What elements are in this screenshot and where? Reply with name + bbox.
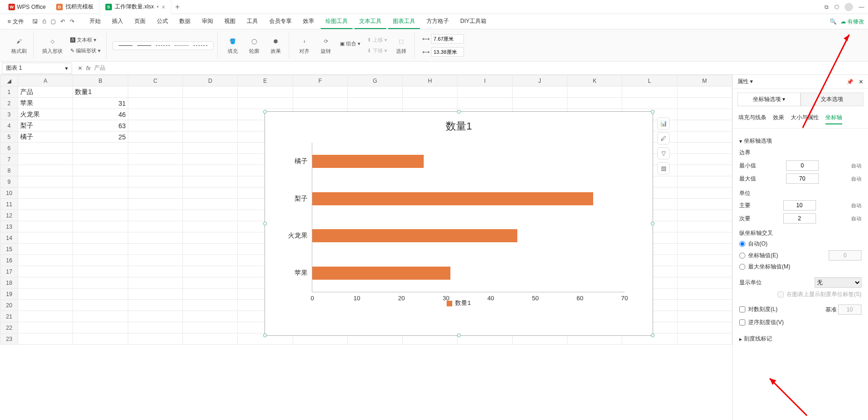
line-style-gallery[interactable] (112, 41, 213, 50)
cell[interactable] (347, 98, 402, 109)
cell[interactable]: 橘子 (18, 131, 73, 143)
bar[interactable] (312, 155, 424, 168)
tab-template[interactable]: D 找稻壳模板 (51, 0, 100, 14)
cell[interactable] (73, 255, 128, 266)
move-up-button[interactable]: ⬆上移▾ (365, 36, 389, 44)
cell[interactable] (18, 210, 73, 221)
align-button[interactable]: ⫞对齐 (295, 34, 314, 57)
cell[interactable] (183, 165, 237, 176)
cell[interactable] (128, 300, 183, 311)
cell[interactable] (183, 176, 237, 188)
cell[interactable] (183, 131, 237, 143)
cell[interactable] (183, 120, 237, 131)
width-input[interactable] (431, 34, 464, 43)
cell[interactable] (128, 244, 183, 255)
outline-button[interactable]: ◯轮廓 (245, 34, 264, 57)
cell[interactable] (403, 98, 457, 109)
row-header[interactable]: 14 (0, 232, 18, 244)
tab-workbook[interactable]: S 工作簿数量.xlsx • × (100, 0, 171, 14)
undo-icon[interactable]: ↶ (60, 18, 65, 25)
menu-tab-4[interactable]: 数据 (175, 14, 195, 29)
cell[interactable] (677, 300, 732, 311)
row-header[interactable]: 12 (0, 210, 18, 221)
row-header[interactable]: 17 (0, 266, 18, 277)
cell[interactable] (183, 188, 237, 199)
row-header[interactable]: 5 (0, 131, 18, 143)
cell[interactable] (18, 266, 73, 277)
cell[interactable] (18, 199, 73, 210)
cell[interactable] (18, 244, 73, 255)
subtab-effect[interactable]: 效果 (773, 114, 784, 124)
row-header[interactable]: 18 (0, 277, 18, 289)
col-header[interactable]: E (238, 75, 293, 87)
redo-icon[interactable]: ↷ (70, 18, 74, 25)
cell[interactable] (73, 210, 128, 221)
cell[interactable]: 31 (73, 98, 128, 109)
cell[interactable] (18, 322, 73, 333)
cell[interactable] (128, 154, 183, 165)
sheet-area[interactable]: ◢ABCDEFGHIJKLM1产品数量12苹果313火龙果464梨子635橘子2… (0, 75, 732, 420)
chart[interactable]: 数量1 橘子 梨子 火龙果 苹果010203040506070 数量1 📊 🖊 … (265, 111, 653, 336)
chart-filter-icon[interactable]: ▽ (657, 147, 669, 159)
cell[interactable] (73, 300, 128, 311)
cell[interactable] (128, 266, 183, 277)
cell[interactable] (347, 87, 402, 98)
cell[interactable]: 苹果 (18, 98, 73, 109)
major-input[interactable] (783, 200, 816, 210)
row-header[interactable]: 16 (0, 255, 18, 266)
cell[interactable] (183, 244, 237, 255)
effect-button[interactable]: ⬢效果 (266, 34, 285, 57)
max-input[interactable] (786, 174, 819, 184)
menu-tab-13[interactable]: 方方格子 (422, 14, 454, 29)
menu-tab-12[interactable]: 图表工具 (388, 14, 420, 29)
cell[interactable] (183, 277, 237, 289)
cell[interactable] (183, 266, 237, 277)
avatar-icon[interactable] (845, 3, 853, 11)
cell[interactable] (73, 165, 128, 176)
row-header[interactable]: 6 (0, 143, 18, 154)
cell[interactable] (128, 221, 183, 232)
cell[interactable] (677, 98, 732, 109)
row-header[interactable]: 11 (0, 199, 18, 210)
cell[interactable] (403, 87, 457, 98)
cell[interactable]: 数量1 (73, 87, 128, 98)
menu-tab-6[interactable]: 视图 (220, 14, 240, 29)
cell[interactable] (183, 210, 237, 221)
cell[interactable] (18, 232, 73, 244)
cell[interactable] (73, 143, 128, 154)
cell[interactable] (73, 188, 128, 199)
row-header[interactable]: 1 (0, 87, 18, 98)
file-menu[interactable]: ≡ 文件 (4, 18, 28, 26)
search-icon[interactable]: 🔍 (830, 18, 837, 25)
section-tick-marks[interactable]: ▸ 刻度线标记 (739, 335, 861, 343)
cell[interactable] (677, 120, 732, 131)
text-box-button[interactable]: 🅰文本框▾ (68, 36, 103, 44)
cell[interactable] (128, 131, 183, 143)
cell[interactable] (457, 87, 512, 98)
add-tab-button[interactable]: + (171, 3, 183, 11)
cell[interactable] (18, 289, 73, 300)
menu-tab-2[interactable]: 页面 (130, 14, 150, 29)
cell[interactable]: 产品 (18, 87, 73, 98)
cell[interactable] (73, 154, 128, 165)
menu-tab-7[interactable]: 工具 (242, 14, 263, 29)
cell[interactable] (677, 154, 732, 165)
chart-more-icon[interactable]: ▤ (657, 162, 669, 174)
row-header[interactable]: 13 (0, 221, 18, 232)
cell[interactable] (183, 98, 237, 109)
cancel-icon[interactable]: ✕ (78, 65, 82, 72)
col-header[interactable]: C (128, 75, 183, 87)
col-header[interactable]: L (622, 75, 677, 87)
min-input[interactable] (786, 160, 819, 171)
cell[interactable] (293, 98, 347, 109)
row-header[interactable]: 23 (0, 333, 18, 345)
cell[interactable] (73, 277, 128, 289)
cell[interactable]: 63 (73, 120, 128, 131)
print-icon[interactable]: ⎙ (43, 18, 46, 25)
row-header[interactable]: 15 (0, 244, 18, 255)
chevron-down-icon[interactable]: ▾ (750, 78, 753, 85)
insert-shape-button[interactable]: ◇插入形状 (39, 34, 66, 57)
cell[interactable] (128, 109, 183, 120)
cell[interactable] (18, 143, 73, 154)
fx-icon[interactable]: fx (86, 65, 90, 72)
